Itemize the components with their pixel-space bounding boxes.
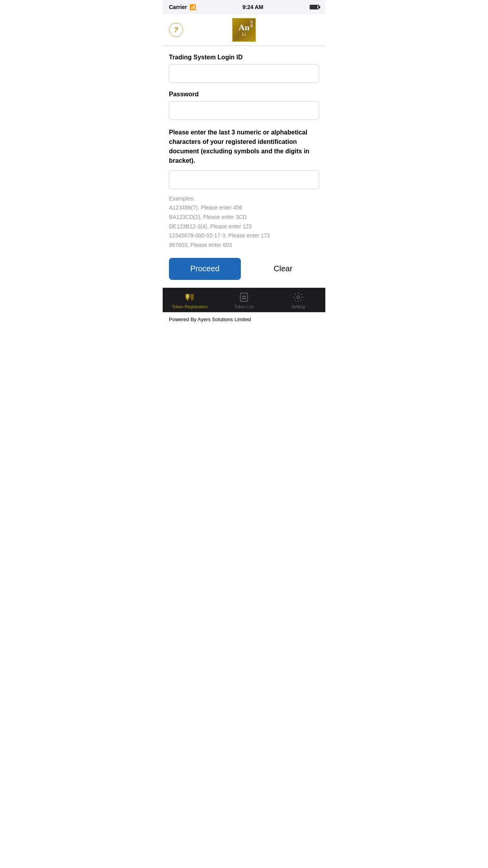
instruction-text: Please enter the last 3 numeric or alpha…: [169, 128, 319, 166]
example-4: 12345678-000-02-17-3, Please enter 173: [169, 231, 319, 241]
password-label: Password: [169, 91, 319, 98]
svg-rect-6: [240, 293, 248, 301]
help-button[interactable]: ?: [169, 23, 183, 37]
status-time: 9:24 AM: [242, 4, 263, 10]
id-chars-input[interactable]: [169, 170, 319, 189]
clear-button[interactable]: Clear: [247, 258, 319, 280]
examples-title: Examples:: [169, 195, 319, 202]
proceed-button[interactable]: Proceed: [169, 258, 241, 280]
action-buttons: Proceed Clear: [169, 258, 319, 280]
password-input[interactable]: [169, 101, 319, 120]
example-1: A123456(7), Please enter 456: [169, 203, 319, 213]
battery-fill: [310, 6, 317, 9]
login-id-label: Trading System Login ID: [169, 54, 319, 61]
tab-token-registration[interactable]: Token Registration: [163, 292, 217, 309]
footer: Powered By Ayers Solutions Limited: [163, 312, 325, 326]
status-carrier: Carrier 📶: [169, 4, 196, 10]
svg-point-3: [191, 298, 193, 300]
svg-point-11: [297, 296, 300, 298]
setting-icon: [293, 292, 304, 303]
example-3: DE123B12-3(4), Please enter 123: [169, 222, 319, 232]
svg-point-9: [243, 296, 245, 297]
svg-rect-5: [187, 296, 189, 297]
tab-bar: Token Registration Token List Setting: [163, 288, 325, 312]
logo-an-text: An: [238, 23, 250, 32]
svg-point-8: [242, 296, 244, 297]
tab-setting-label: Setting: [292, 304, 305, 309]
help-icon: ?: [174, 26, 178, 34]
svg-rect-7: [242, 298, 246, 299]
examples-section: Examples: A123456(7), Please enter 456 B…: [169, 195, 319, 250]
app-logo: 安里 An Li: [232, 18, 256, 42]
example-5: 967603, Please enter 603: [169, 241, 319, 250]
example-2: BA123CD(2), Please enter 3CD: [169, 213, 319, 222]
tab-token-list-label: Token List: [234, 304, 254, 309]
wifi-icon: 📶: [189, 4, 196, 10]
status-bar: Carrier 📶 9:24 AM: [163, 0, 325, 14]
svg-rect-0: [186, 294, 189, 299]
battery-icon: [310, 5, 319, 9]
svg-point-10: [245, 296, 246, 297]
main-content: Trading System Login ID Password Please …: [163, 46, 325, 288]
tab-token-list[interactable]: Token List: [217, 292, 271, 309]
header: ? 安里 An Li: [163, 14, 325, 46]
token-registration-icon: [184, 292, 195, 303]
tab-token-registration-label: Token Registration: [172, 304, 207, 309]
svg-rect-1: [190, 294, 194, 299]
carrier-label: Carrier: [169, 4, 187, 10]
logo-chinese: 安里: [250, 20, 253, 28]
logo-li-text: Li: [242, 32, 246, 37]
svg-point-2: [187, 298, 189, 300]
login-id-input[interactable]: [169, 64, 319, 83]
footer-text: Powered By Ayers Solutions Limited: [169, 316, 251, 322]
tab-setting[interactable]: Setting: [271, 292, 325, 309]
token-list-icon: [238, 292, 250, 303]
battery-indicator: [310, 5, 319, 9]
logo-box: 安里 An Li: [232, 18, 256, 42]
svg-rect-4: [187, 295, 189, 296]
